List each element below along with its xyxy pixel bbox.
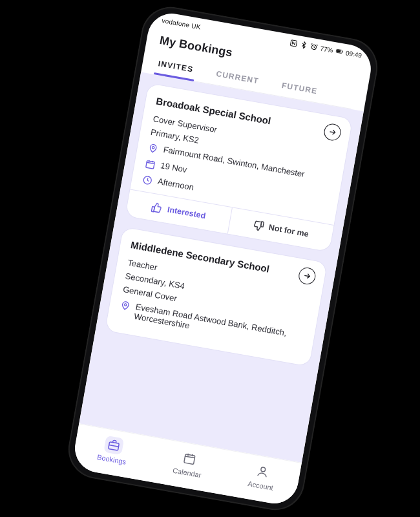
briefcase-icon (104, 436, 125, 455)
interested-label: Interested (167, 205, 206, 220)
open-invite-button[interactable] (297, 266, 317, 286)
invite-card[interactable]: Broadoak Special School Cover Supervisor… (125, 83, 353, 252)
svg-rect-3 (337, 50, 341, 52)
nav-label: Bookings (96, 453, 127, 466)
svg-rect-8 (152, 206, 155, 211)
nfc-icon (289, 39, 298, 48)
nav-account[interactable]: Account (247, 461, 277, 492)
arrow-right-icon (302, 271, 312, 281)
battery-percent: 77% (320, 45, 334, 54)
nav-bookings[interactable]: Bookings (96, 434, 130, 465)
bluetooth-icon (299, 41, 308, 50)
account-icon (253, 462, 273, 481)
svg-rect-6 (146, 160, 155, 169)
nav-calendar[interactable]: Calendar (172, 448, 205, 479)
calendar-icon (144, 158, 156, 171)
svg-rect-9 (260, 222, 264, 227)
svg-point-5 (152, 146, 154, 149)
battery-icon (335, 47, 344, 56)
date-text: 19 Nov (160, 160, 187, 174)
thumbs-up-icon (151, 201, 163, 214)
alarm-icon (310, 43, 319, 52)
thumbs-down-icon (252, 219, 265, 232)
svg-point-13 (261, 467, 266, 472)
invite-card[interactable]: Middledene Secondary School Teacher Seco… (105, 226, 328, 366)
not-for-me-label: Not for me (268, 223, 310, 239)
location-icon (147, 142, 160, 154)
clock-icon (142, 174, 154, 186)
open-invite-button[interactable] (322, 122, 342, 142)
nav-label: Account (247, 480, 274, 492)
statusbar-time: 09:49 (345, 49, 362, 59)
calendar-icon (179, 448, 200, 468)
nav-label: Calendar (172, 467, 202, 480)
slot-text: Afternoon (157, 176, 194, 193)
svg-rect-12 (184, 454, 194, 465)
location-icon (120, 299, 132, 311)
statusbar-carrier: vodafone UK (162, 17, 202, 30)
svg-point-10 (124, 303, 127, 306)
arrow-right-icon (327, 127, 337, 137)
